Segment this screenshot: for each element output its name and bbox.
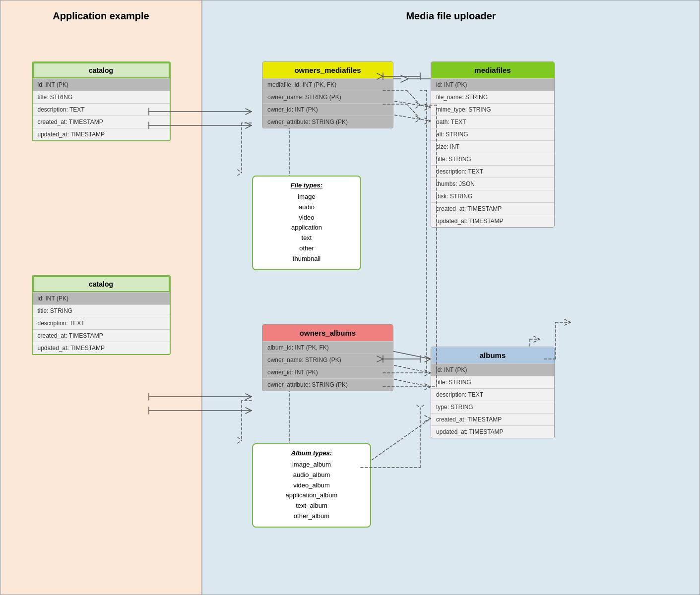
mf-row-8: thumbs: JSON (431, 178, 554, 190)
svg-line-19 (425, 384, 431, 387)
owners-albums-header: owners_albums (262, 325, 393, 341)
file-types-title: File types: (263, 181, 350, 189)
oa-row-2: owner_id: INT (PK) (262, 366, 393, 378)
main-container: Application example catalog id: INT (PK)… (0, 0, 700, 595)
al-row-4: created_at: TIMESTAMP (431, 413, 554, 425)
svg-line-6 (425, 104, 431, 107)
catalog2-row-3: created_at: TIMESTAMP (33, 329, 170, 342)
om-row-3: owner_attribute: STRING (PK) (262, 116, 393, 128)
mf-row-9: disk: STRING (431, 190, 554, 202)
mediafiles-table: mediafiles id: INT (PK) file_name: STRIN… (431, 61, 555, 228)
svg-line-20 (425, 387, 431, 390)
svg-line-9 (425, 118, 431, 121)
album-types-image: image_album (263, 460, 360, 470)
catalog2-header: catalog (33, 276, 170, 292)
file-types-other: other (263, 243, 350, 254)
al-row-5: updated_at: TIMESTAMP (431, 425, 554, 438)
mf-row-7: description: TEXT (431, 165, 554, 178)
mf-row-0: id: INT (PK) (431, 78, 554, 91)
owners-mediafiles-table: owners_mediafiles mediafile_id: INT (PK,… (262, 61, 393, 128)
al-row-1: title: STRING (431, 376, 554, 388)
svg-line-23 (425, 418, 431, 421)
catalog1-row-3: created_at: TIMESTAMP (33, 116, 170, 128)
album-types-title: Album types: (263, 449, 360, 457)
albums-table: albums id: INT (PK) title: STRING descri… (431, 347, 555, 438)
al-row-3: type: STRING (431, 401, 554, 413)
svg-line-28 (534, 339, 540, 342)
file-types-application: application (263, 223, 350, 233)
catalog1-row-1: title: STRING (33, 91, 170, 103)
catalog1-row-4: updated_at: TIMESTAMP (33, 128, 170, 140)
owners-albums-table: owners_albums album_id: INT (PK, FK) own… (262, 324, 393, 391)
mf-row-5: size: INT (431, 140, 554, 153)
svg-line-1 (401, 75, 408, 79)
svg-line-12 (425, 356, 431, 359)
oa-row-1: owner_name: STRING (PK) (262, 354, 393, 366)
al-row-2: description: TEXT (431, 388, 554, 401)
catalog2-row-2: description: TEXT (33, 317, 170, 329)
catalog1-row-2: description: TEXT (33, 103, 170, 116)
catalog2-row-1: title: STRING (33, 304, 170, 317)
catalog2-row-4: updated_at: TIMESTAMP (33, 342, 170, 354)
al-row-0: id: INT (PK) (431, 363, 554, 376)
catalog2-wrapper: catalog id: INT (PK) title: STRING descr… (32, 275, 171, 355)
owners-mediafiles-header: owners_mediafiles (262, 62, 393, 78)
album-types-application: application_album (263, 490, 360, 501)
album-types-other: other_album (263, 511, 360, 522)
right-panel-title: Media file uploader (212, 5, 690, 32)
mf-row-10: created_at: TIMESTAMP (431, 202, 554, 215)
left-panel-title: Application example (53, 5, 149, 32)
om-row-2: owner_id: INT (PK) (262, 103, 393, 116)
mf-row-11: updated_at: TIMESTAMP (431, 215, 554, 227)
svg-line-7 (425, 107, 431, 110)
mf-row-1: file_name: STRING (431, 91, 554, 103)
mf-row-3: path: TEXT (431, 116, 554, 128)
catalog1-header: catalog (33, 62, 170, 78)
svg-line-13 (425, 359, 431, 362)
catalog1-wrapper: catalog id: INT (PK) title: STRING descr… (32, 61, 171, 141)
svg-line-2 (401, 79, 408, 82)
om-row-1: owner_name: STRING (PK) (262, 91, 393, 103)
svg-line-22 (425, 416, 431, 418)
album-types-box: Album types: image_album audio_album vid… (252, 443, 371, 528)
file-types-thumbnail: thumbnail (263, 254, 350, 264)
catalog1-table: catalog id: INT (PK) title: STRING descr… (32, 61, 171, 141)
file-types-image: image (263, 192, 350, 202)
file-types-text: text (263, 233, 350, 243)
diagram-area: owners_mediafiles mediafile_id: INT (PK,… (212, 32, 690, 590)
oa-row-3: owner_attribute: STRING (PK) (262, 378, 393, 391)
album-types-audio: audio_album (263, 470, 360, 480)
catalog1-row-0: id: INT (PK) (33, 78, 170, 91)
file-types-audio: audio (263, 202, 350, 213)
right-panel: Media file uploader (202, 0, 700, 595)
file-types-box: File types: image audio video applicatio… (252, 176, 361, 270)
om-row-0: mediafile_id: INT (PK, FK) (262, 78, 393, 91)
mf-row-6: title: STRING (431, 153, 554, 165)
svg-line-16 (425, 370, 431, 373)
svg-line-10 (425, 121, 431, 124)
svg-line-27 (534, 336, 540, 339)
mf-row-4: alt: STRING (431, 128, 554, 140)
mediafiles-header: mediafiles (431, 62, 554, 78)
album-types-video: video_album (263, 480, 360, 491)
left-panel: Application example catalog id: INT (PK)… (0, 0, 202, 595)
oa-row-0: album_id: INT (PK, FK) (262, 341, 393, 354)
albums-header: albums (431, 347, 554, 363)
catalog2-table: catalog id: INT (PK) title: STRING descr… (32, 275, 171, 355)
file-types-video: video (263, 213, 350, 223)
album-types-text: text_album (263, 501, 360, 511)
catalog2-row-0: id: INT (PK) (33, 292, 170, 304)
mf-row-2: mime_type: STRING (431, 103, 554, 116)
svg-line-17 (425, 373, 431, 376)
